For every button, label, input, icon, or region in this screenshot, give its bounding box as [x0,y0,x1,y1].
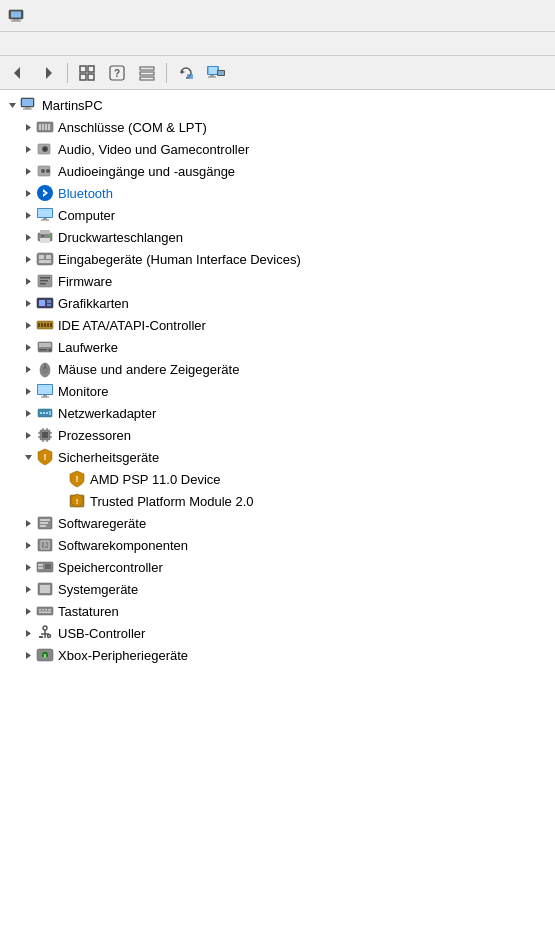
svg-rect-96 [49,411,51,415]
expand-arrow-bluetooth[interactable] [20,182,36,204]
tree-item-systemgerate[interactable]: Systemgeräte [0,578,555,600]
menu-help[interactable] [52,42,68,46]
svg-rect-137 [48,609,51,611]
expand-arrow-audio[interactable] [20,138,36,160]
expand-arrow-softwaregerate[interactable] [20,512,36,534]
tree-item-monitore[interactable]: Monitore [0,380,555,402]
svg-marker-28 [26,124,31,131]
svg-rect-131 [40,585,50,593]
tree-item-mause[interactable]: Mäuse und andere Zeigegeräte [0,358,555,380]
overview-button[interactable] [73,59,101,87]
svg-rect-74 [44,323,46,327]
forward-button[interactable] [34,59,62,87]
tree-item-softwarekomponenten[interactable]: Softwarekomponenten [0,534,555,556]
expand-arrow-mause[interactable] [20,358,36,380]
label-usb: USB-Controller [58,626,145,641]
svg-marker-113 [26,520,31,527]
svg-rect-7 [88,66,94,72]
expand-arrow-softwarekomponenten[interactable] [20,534,36,556]
expand-arrow-sicherheit[interactable] [20,446,36,468]
svg-rect-94 [43,412,45,414]
tree-item-speicher[interactable]: Speichercontroller [0,556,555,578]
tree-item-usb[interactable]: USB-Controller [0,622,555,644]
expand-arrow-speicher[interactable] [20,556,36,578]
expand-arrow-grafik[interactable] [20,292,36,314]
svg-marker-38 [26,168,31,175]
help-button[interactable]: ? [103,59,131,87]
tree-item-anschlusse[interactable]: Anschlüsse (COM & LPT) [0,116,555,138]
menu-ansicht[interactable] [36,42,52,46]
svg-marker-139 [26,630,31,637]
title-bar [0,0,555,32]
tree-item-sicherheit[interactable]: ! Sicherheitsgeräte [0,446,555,468]
expand-arrow-root[interactable] [4,94,20,116]
svg-rect-90 [41,397,49,398]
svg-marker-42 [26,190,31,197]
expand-arrow-eingabe[interactable] [20,248,36,270]
title-bar-icon [8,8,24,24]
expand-arrow-xbox[interactable] [20,644,36,666]
svg-marker-91 [26,410,31,417]
svg-rect-116 [40,522,48,524]
label-eingabe: Eingabegeräte (Human Interface Devices) [58,252,301,267]
menu-aktion[interactable] [20,42,36,46]
update-button[interactable] [172,59,200,87]
expand-arrow-druck[interactable] [20,226,36,248]
svg-rect-64 [40,283,46,285]
expand-arrow-anschlusse[interactable] [20,116,36,138]
svg-rect-57 [39,255,44,259]
expand-arrow-computer[interactable] [20,204,36,226]
expand-arrow-prozessoren[interactable] [20,424,36,446]
tree-item-computer[interactable]: Computer [0,204,555,226]
icon-audio [36,140,54,158]
icon-firmware [36,272,54,290]
tree-item-softwaregerate[interactable]: Softwaregeräte [0,512,555,534]
tree-item-druck[interactable]: Druckwarteschlangen [0,226,555,248]
tree-item-xbox[interactable]: X Xbox-Peripheriegeräte [0,644,555,666]
svg-rect-8 [80,74,86,80]
monitor-button[interactable] [202,59,230,87]
label-amd_psp: AMD PSP 11.0 Device [90,472,221,487]
menu-datei[interactable] [4,42,20,46]
label-netzwerk: Netzwerkadapter [58,406,156,421]
tree-item-netzwerk[interactable]: Netzwerkadapter [0,402,555,424]
tree-item-amd_psp[interactable]: ! AMD PSP 11.0 Device [0,468,555,490]
tree-item-tastaturen[interactable]: Tastaturen [0,600,555,622]
svg-rect-95 [46,412,48,414]
tree-item-firmware[interactable]: Firmware [0,270,555,292]
expand-arrow-systemgerate[interactable] [20,578,36,600]
svg-rect-93 [40,412,42,414]
svg-rect-12 [140,67,154,70]
expand-arrow-firmware[interactable] [20,270,36,292]
tree-item-laufwerke[interactable]: Laufwerke [0,336,555,358]
expand-arrow-laufwerke[interactable] [20,336,36,358]
tree-item-prozessoren[interactable]: Prozessoren [0,424,555,446]
svg-rect-143 [39,636,43,638]
svg-point-37 [44,148,47,151]
svg-rect-47 [43,218,47,220]
icon-monitor2 [36,382,54,400]
expand-arrow-usb[interactable] [20,622,36,644]
expand-arrow-tastaturen[interactable] [20,600,36,622]
back-button[interactable] [4,59,32,87]
tree-item-grafik[interactable]: Grafikkarten [0,292,555,314]
label-systemgerate: Systemgeräte [58,582,138,597]
icon-drive [36,338,54,356]
expand-arrow-ide[interactable] [20,314,36,336]
list-button[interactable] [133,59,161,87]
expand-arrow-netzwerk[interactable] [20,402,36,424]
svg-rect-73 [41,323,43,327]
tree-item-ide[interactable]: IDE ATA/ATAPI-Controller [0,314,555,336]
tree-item-audioeingange[interactable]: Audioeingänge und -ausgänge [0,160,555,182]
toolbar-sep-2 [166,63,167,83]
tree-item-root[interactable]: MartinsPC [0,94,555,116]
tree-item-tpm[interactable]: ! Trusted Platform Module 2.0 [0,490,555,512]
tree-item-eingabe[interactable]: Eingabegeräte (Human Interface Devices) [0,248,555,270]
tree-item-audio[interactable]: Audio, Video und Gamecontroller [0,138,555,160]
expand-arrow-audioeingange[interactable] [20,160,36,182]
tree-container[interactable]: MartinsPC Anschlüsse (COM & LPT) Audio, … [0,90,555,936]
svg-rect-134 [39,609,41,611]
expand-arrow-monitore[interactable] [20,380,36,402]
svg-rect-88 [38,385,52,394]
tree-item-bluetooth[interactable]: Bluetooth [0,182,555,204]
